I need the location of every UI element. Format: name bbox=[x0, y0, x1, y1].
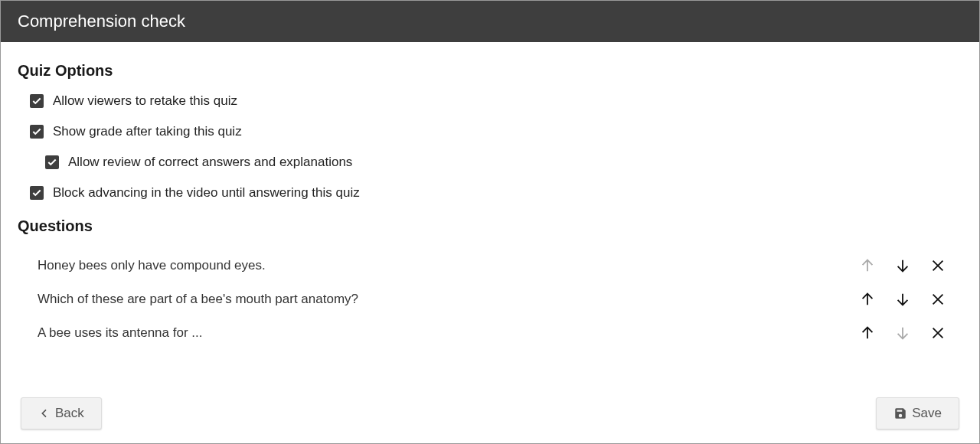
arrow-down-icon bbox=[894, 325, 911, 341]
back-button-label: Back bbox=[55, 406, 84, 421]
option-block-advance-label: Block advancing in the video until answe… bbox=[53, 185, 360, 201]
checkbox-block-advance[interactable] bbox=[30, 186, 44, 200]
question-row[interactable]: Honey bees only have compound eyes. bbox=[18, 249, 962, 282]
delete-button[interactable] bbox=[929, 290, 947, 309]
arrow-down-icon bbox=[894, 291, 911, 308]
move-up-button[interactable] bbox=[858, 324, 877, 342]
dialog-title: Comprehension check bbox=[18, 11, 185, 31]
question-text: Honey bees only have compound eyes. bbox=[38, 258, 266, 273]
option-retake: Allow viewers to retake this quiz bbox=[18, 93, 962, 109]
save-icon bbox=[893, 406, 907, 420]
move-down-button[interactable] bbox=[893, 290, 912, 309]
save-button-label: Save bbox=[912, 406, 942, 421]
checkbox-retake[interactable] bbox=[30, 94, 44, 108]
close-icon bbox=[929, 291, 946, 308]
check-icon bbox=[31, 188, 42, 198]
question-row[interactable]: A bee uses its antenna for ... bbox=[18, 316, 962, 350]
question-actions bbox=[858, 256, 958, 275]
question-text: A bee uses its antenna for ... bbox=[38, 325, 202, 341]
option-show-grade: Show grade after taking this quiz bbox=[18, 124, 962, 139]
move-down-button bbox=[893, 324, 912, 342]
question-actions bbox=[858, 324, 958, 342]
question-actions bbox=[858, 290, 958, 309]
quiz-options-group: Allow viewers to retake this quiz Show g… bbox=[18, 93, 962, 201]
save-button[interactable]: Save bbox=[876, 397, 959, 429]
question-text: Which of these are part of a bee's mouth… bbox=[38, 292, 358, 307]
option-show-grade-label: Show grade after taking this quiz bbox=[53, 124, 242, 139]
check-icon bbox=[47, 157, 57, 168]
close-icon bbox=[929, 257, 946, 274]
move-down-button[interactable] bbox=[893, 256, 912, 275]
delete-button[interactable] bbox=[929, 256, 947, 275]
option-allow-review-label: Allow review of correct answers and expl… bbox=[68, 155, 352, 170]
option-block-advance: Block advancing in the video until answe… bbox=[18, 185, 962, 201]
dialog-content: Quiz Options Allow viewers to retake thi… bbox=[1, 42, 979, 350]
move-up-button[interactable] bbox=[858, 290, 877, 309]
arrow-up-icon bbox=[859, 325, 876, 341]
back-button[interactable]: Back bbox=[21, 397, 102, 429]
move-up-button bbox=[858, 256, 877, 275]
check-icon bbox=[31, 96, 42, 106]
arrow-down-icon bbox=[894, 257, 911, 274]
arrow-up-icon bbox=[859, 257, 876, 274]
quiz-options-heading: Quiz Options bbox=[18, 62, 962, 80]
close-icon bbox=[929, 325, 946, 341]
arrow-up-icon bbox=[859, 291, 876, 308]
questions-list: Honey bees only have compound eyes. Whic… bbox=[18, 249, 962, 350]
option-retake-label: Allow viewers to retake this quiz bbox=[53, 93, 237, 109]
question-row[interactable]: Which of these are part of a bee's mouth… bbox=[18, 282, 962, 316]
option-allow-review: Allow review of correct answers and expl… bbox=[18, 155, 962, 170]
check-icon bbox=[31, 126, 42, 137]
checkbox-allow-review[interactable] bbox=[45, 155, 59, 169]
checkbox-show-grade[interactable] bbox=[30, 125, 44, 139]
chevron-left-icon bbox=[38, 407, 51, 420]
dialog-footer: Back Save bbox=[1, 397, 979, 429]
dialog-header: Comprehension check bbox=[1, 1, 979, 42]
delete-button[interactable] bbox=[929, 324, 947, 342]
questions-heading: Questions bbox=[18, 217, 962, 235]
